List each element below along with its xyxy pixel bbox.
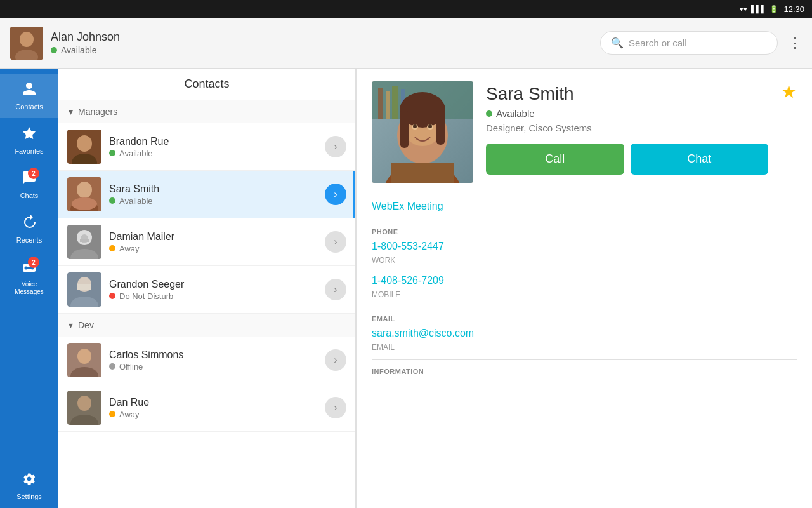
search-bar[interactable]: 🔍 Search or call (600, 31, 778, 55)
svg-point-24 (77, 349, 91, 364)
damian-chevron-button[interactable]: › (325, 231, 346, 253)
svg-rect-38 (400, 110, 409, 148)
svg-point-42 (413, 124, 417, 128)
nav-contacts[interactable]: Contacts (0, 74, 58, 118)
contact-avatar-dan (67, 391, 102, 425)
carlos-chevron-button[interactable]: › (325, 349, 346, 371)
favorites-label: Favorites (15, 147, 43, 155)
svg-rect-31 (378, 88, 383, 119)
contact-name-dan: Dan Rue (109, 397, 325, 408)
settings-icon (22, 471, 37, 490)
chats-icon: 2 (22, 170, 37, 189)
contact-status-row-sara: Available (109, 196, 325, 206)
brandon-status-dot (109, 150, 115, 156)
group-managers[interactable]: ▾ Managers (58, 100, 355, 123)
webex-meeting-link[interactable]: WebEx Meeting (357, 193, 812, 220)
detail-contact-photo (372, 81, 473, 183)
contact-status-grandon: Do Not Disturb (119, 291, 173, 301)
status-bar-time: 12:30 (783, 4, 804, 14)
wifi-icon: ▾▾ (740, 5, 747, 13)
contact-avatar-damian (67, 225, 102, 259)
contacts-icon (22, 81, 37, 100)
svg-point-13 (72, 197, 97, 210)
contact-name-grandon: Grandon Seeger (109, 279, 325, 290)
contact-status-dan: Away (119, 410, 140, 419)
mobile-phone-type: MOBILE (357, 289, 812, 307)
call-button[interactable]: Call (486, 144, 624, 175)
more-options-button[interactable]: ⋮ (788, 35, 802, 51)
svg-point-1 (20, 32, 34, 47)
nav-recents[interactable]: Recents (0, 207, 58, 251)
detail-status-text: Available (496, 108, 535, 119)
svg-point-11 (77, 182, 92, 198)
contacts-scroll[interactable]: ▾ Managers Brandon Rue Availab (58, 100, 355, 508)
contact-status-sara: Available (119, 196, 153, 206)
contact-dan-rue[interactable]: Dan Rue Away › (58, 384, 355, 432)
contact-status-row-brandon: Available (109, 149, 325, 158)
contact-info-sara: Sara Smith Available (109, 184, 325, 206)
detail-panel: Sara Smith Available Designer, Cisco Sys… (357, 69, 812, 508)
svg-rect-33 (392, 86, 398, 119)
contact-name-carlos: Carlos Simmons (109, 349, 325, 361)
contact-name-brandon: Brandon Rue (109, 136, 325, 147)
main-layout: Contacts Favorites 2 Chats Recents 2 (0, 69, 812, 508)
contact-avatar-brandon (67, 130, 102, 164)
work-phone-type: WORK (357, 255, 812, 272)
top-header: Alan Johnson Available 🔍 Search or call … (0, 18, 812, 69)
nav-voicemail[interactable]: 2 VoiceMessages (0, 251, 58, 304)
brandon-chevron-button[interactable]: › (325, 136, 346, 157)
contact-damian-mailer[interactable]: Damian Mailer Away › (58, 218, 355, 266)
dan-status-dot (109, 411, 115, 417)
work-phone-number[interactable]: 1-800-553-2447 (357, 238, 812, 255)
contact-status-row-dan: Away (109, 410, 325, 419)
contact-grandon-seeger[interactable]: Grandon Seeger Do Not Disturb › (58, 266, 355, 314)
damian-status-dot (109, 245, 115, 251)
nav-sidebar: Contacts Favorites 2 Chats Recents 2 (0, 69, 58, 508)
phone-section-label: PHONE (357, 220, 812, 238)
recents-icon (22, 215, 37, 234)
contacts-panel: Contacts ▾ Managers Brandon Rue (58, 69, 357, 508)
managers-label: Managers (78, 107, 117, 117)
signal-icon: ▌▌▌ (751, 5, 766, 13)
contact-status-row-damian: Away (109, 244, 325, 253)
contact-info-damian: Damian Mailer Away (109, 231, 325, 253)
svg-rect-32 (386, 91, 390, 119)
favorite-star-icon[interactable]: ★ (781, 81, 797, 102)
nav-settings[interactable]: Settings (0, 464, 58, 508)
group-dev[interactable]: ▾ Dev (58, 314, 355, 337)
voicemail-label: VoiceMessages (15, 281, 44, 296)
contact-status-row-carlos: Offline (109, 362, 325, 371)
nav-favorites[interactable]: Favorites (0, 118, 58, 163)
sara-chevron-button[interactable]: › (325, 184, 346, 205)
contact-name-damian: Damian Mailer (109, 231, 325, 243)
grandon-chevron-button[interactable]: › (325, 279, 346, 300)
email-address[interactable]: sara.smith@cisco.com (357, 325, 812, 342)
managers-chevron-icon: ▾ (69, 107, 73, 117)
favorites-icon (22, 126, 37, 145)
chats-label: Chats (20, 192, 39, 199)
contact-status-brandon: Available (119, 149, 153, 158)
contact-status-carlos: Offline (119, 362, 143, 371)
carlos-status-dot (109, 363, 115, 370)
mobile-phone-number[interactable]: 1-408-526-7209 (357, 272, 812, 289)
contact-brandon-rue[interactable]: Brandon Rue Available › (58, 123, 355, 171)
email-type: EMAIL (357, 342, 812, 359)
chat-button[interactable]: Chat (631, 144, 769, 175)
dan-chevron-button[interactable]: › (325, 397, 346, 418)
nav-chats[interactable]: 2 Chats (0, 163, 58, 207)
user-name: Alan Johnson (51, 30, 120, 44)
detail-contact-info: Sara Smith Available Designer, Cisco Sys… (486, 81, 768, 175)
dev-label: Dev (78, 320, 94, 330)
contacts-label: Contacts (15, 103, 43, 110)
contact-sara-smith[interactable]: Sara Smith Available › (58, 171, 355, 218)
contact-carlos-simmons[interactable]: Carlos Simmons Offline › (58, 337, 355, 384)
contact-status-row-grandon: Do Not Disturb (109, 291, 325, 301)
active-selection-bar (353, 171, 355, 218)
email-section-label: EMAIL (357, 307, 812, 325)
contact-avatar-carlos (67, 343, 102, 377)
user-status-text: Available (61, 45, 97, 55)
contact-name-sara: Sara Smith (109, 184, 325, 195)
voicemail-icon: 2 (22, 259, 37, 278)
svg-point-27 (77, 396, 91, 411)
sara-status-dot (109, 197, 115, 204)
